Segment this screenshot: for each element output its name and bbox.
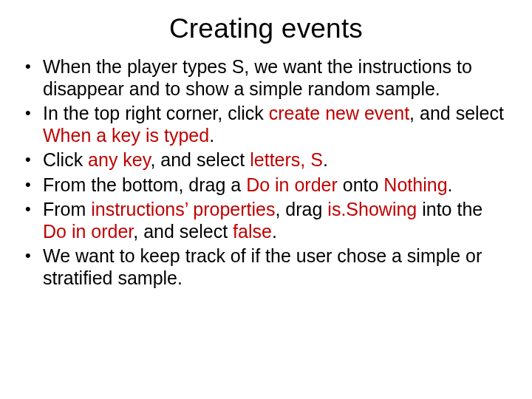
highlight-text: is.Showing xyxy=(327,199,422,219)
list-item: From instructions’ properties, drag is.S… xyxy=(21,199,511,242)
bullet-text: . xyxy=(323,149,328,170)
highlight-text: create new event xyxy=(269,103,409,123)
bullet-text: onto xyxy=(343,174,384,195)
list-item: When the player types S, we want the ins… xyxy=(21,56,511,100)
bullet-text: , and select xyxy=(133,221,233,242)
bullet-text: . xyxy=(209,125,214,146)
bullet-text: , and select xyxy=(409,103,504,123)
bullet-text: into the xyxy=(422,199,482,219)
list-item: Click any key, and select letters, S. xyxy=(21,149,511,171)
highlight-text: When a key is typed xyxy=(43,125,209,146)
highlight-text: Nothing xyxy=(383,174,447,195)
bullet-text: From the bottom, drag a xyxy=(43,174,246,195)
bullet-text: In the top right corner, click xyxy=(43,103,269,123)
bullet-text: . xyxy=(448,174,453,195)
bullet-text: Click xyxy=(43,149,88,170)
list-item: We want to keep track of if the user cho… xyxy=(21,245,511,289)
slide: Creating events When the player types S,… xyxy=(0,0,532,399)
list-item: From the bottom, drag a Do in order onto… xyxy=(21,174,511,197)
bullet-text: , and select xyxy=(150,149,250,170)
highlight-text: any key xyxy=(88,149,150,170)
bullet-text: When the player types S, we want the ins… xyxy=(43,56,472,99)
bullet-list: When the player types S, we want the ins… xyxy=(21,56,511,289)
highlight-text: Do in order xyxy=(43,221,133,242)
bullet-text: . xyxy=(272,221,277,242)
bullet-text: , drag xyxy=(275,199,327,219)
bullet-text: From xyxy=(43,199,91,219)
highlight-text: Do in order xyxy=(246,174,343,195)
highlight-text: letters, S xyxy=(250,149,323,170)
highlight-text: false xyxy=(233,221,272,242)
bullet-text: We want to keep track of if the user cho… xyxy=(43,245,482,288)
list-item: In the top right corner, click create ne… xyxy=(21,103,511,146)
slide-title: Creating events xyxy=(21,13,511,44)
highlight-text: instructions’ properties xyxy=(91,199,275,219)
